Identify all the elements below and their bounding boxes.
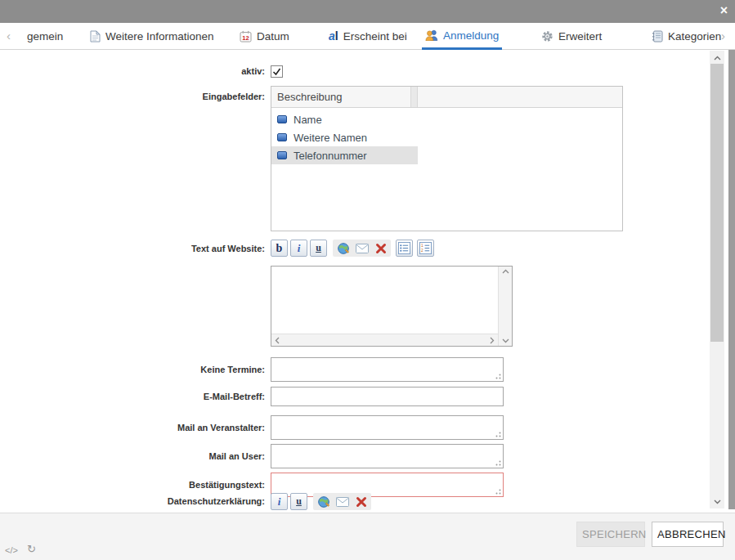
list-item-telefonnummer[interactable]: Telefonnummer [271,146,418,164]
form-scroll-area: aktiv: Eingabefelder: Beschreibung Name [0,50,710,513]
tabs-prev-icon[interactable]: ‹ [7,29,11,43]
mail-an-user-box [271,444,504,468]
underline-button[interactable]: u [310,240,327,257]
code-icon[interactable]: </> [5,545,18,555]
mail-an-veranstalter-box [271,415,504,440]
scroll-up-icon [714,56,721,60]
modal-dialog: × ‹ gemein Weitere Informationen 12 Datu… [0,0,735,560]
save-button[interactable]: SPEICHERN [576,522,645,547]
catalog-icon [652,30,663,43]
footer-bar: </> ↻ SPEICHERN ABBRECHEN [0,513,735,560]
eingabefelder-grid: Beschreibung Name Weitere Namen Telefonn… [271,86,623,231]
check-icon [272,68,281,76]
close-icon[interactable]: × [720,2,728,19]
gear-icon [541,30,553,43]
scrollbar-up-button[interactable] [710,52,724,63]
field-row-mail-an-veranstalter: Mail an Veranstalter: [0,415,504,440]
red-x-icon [356,496,367,508]
tabs-next-icon[interactable]: › [721,29,725,43]
refresh-icon[interactable]: ↻ [27,543,36,555]
email-betreff-input[interactable] [271,388,503,405]
delete-button[interactable] [352,493,370,510]
scroll-down-icon [714,500,721,504]
tab-bar: ‹ gemein Weitere Informationen 12 Datum … [0,23,735,50]
list-item-weitere-namen[interactable]: Weitere Namen [271,128,418,146]
keine-termine-textarea[interactable] [271,358,503,381]
editor-vertical-scrollbar[interactable] [498,267,512,346]
tab-weitere-informationen[interactable]: Weitere Informationen [87,23,217,49]
list-item-name[interactable]: Name [271,110,418,128]
underline-button[interactable]: u [290,493,307,510]
svg-text:2: 2 [421,249,424,253]
tab-anmeldung[interactable]: Anmeldung [422,23,502,50]
mail-an-veranstalter-label: Mail an Veranstalter: [0,423,271,433]
field-row-mail-an-user: Mail an User: [0,444,504,468]
mail-an-veranstalter-textarea[interactable] [271,416,503,439]
field-row-text-auf-website: Text auf Website: b i u [0,240,513,347]
tab-kategorien[interactable]: Kategorien [648,23,724,49]
text-auf-website-label: Text auf Website: [0,240,271,254]
globe-icon [317,495,330,508]
tab-label: Datum [257,30,289,43]
field-brick-icon [277,133,287,141]
field-row-eingabefelder: Eingabefelder: Beschreibung Name Weitere… [0,86,623,231]
people-icon [425,29,438,41]
tab-allgemein[interactable]: gemein [24,23,66,49]
numbered-list-button[interactable]: 12 [417,240,434,257]
text-auf-website-textarea[interactable] [271,267,498,334]
globe-icon [337,242,350,255]
page-background-strip [728,50,735,509]
scroll-right-icon [490,337,495,344]
keine-termine-box [271,357,504,382]
list-item-label: Weitere Namen [294,132,367,144]
tab-label: Erscheint bei [343,30,407,43]
rte-toolbar-datenschutz: i u [271,493,376,510]
vertical-scrollbar[interactable] [710,51,724,508]
email-betreff-label: E-Mail-Betreff: [0,392,271,402]
aktiv-label: aktiv: [0,66,271,77]
rte-toolbar: b i u [271,240,513,257]
field-row-keine-termine: Keine Termine: [0,357,504,382]
list-item-label: Telefonnummer [294,150,367,162]
mail-an-user-label: Mail an User: [0,451,271,462]
envelope-icon [356,244,369,253]
email-button[interactable] [353,240,370,257]
tab-erweitert[interactable]: Erweitert [538,23,605,49]
tab-label: Kategorien [668,30,721,43]
red-x-icon [375,243,387,254]
link-button[interactable] [334,240,352,257]
modal-titlebar: × [0,0,735,23]
tab-label: Anmeldung [443,29,499,42]
column-header-beschreibung[interactable]: Beschreibung [271,87,411,107]
bold-button[interactable]: b [271,240,288,257]
scroll-down-icon [502,338,509,343]
italic-button[interactable]: i [290,240,307,257]
field-row-aktiv: aktiv: [0,65,283,78]
field-row-datenschutzerklaerung: Datenschutzerklärung: i u [0,493,376,510]
email-button[interactable] [334,493,351,510]
aktiv-checkbox[interactable] [271,65,283,78]
datenschutzerklaerung-label: Datenschutzerklärung: [0,493,271,507]
scroll-left-icon [275,337,280,344]
bullet-list-button[interactable] [396,240,413,257]
tab-erscheint-bei[interactable]: al Erscheint bei [325,23,410,49]
delete-button[interactable] [372,240,389,257]
numbered-list-icon: 12 [419,242,432,254]
cancel-button[interactable]: ABBRECHEN [652,522,724,547]
editor-horizontal-scrollbar[interactable] [271,334,498,346]
mail-an-user-textarea[interactable] [271,445,503,468]
email-betreff-box [271,387,504,406]
italic-button[interactable]: i [271,493,288,510]
document-icon [90,30,101,43]
tab-datum[interactable]: 12 Datum [236,23,293,49]
bestaetigungstext-label: Bestätigungstext: [0,480,271,491]
link-button[interactable] [315,493,332,510]
eingabefelder-label: Eingabefelder: [0,86,271,102]
grid-header-row: Beschreibung [271,87,622,108]
column-resize-handle[interactable] [411,87,418,107]
scrollbar-thumb[interactable] [710,64,724,342]
svg-text:1: 1 [421,244,424,248]
tab-label: Weitere Informationen [105,30,214,43]
rte-editing-area [271,266,513,347]
scrollbar-down-button[interactable] [710,496,724,507]
